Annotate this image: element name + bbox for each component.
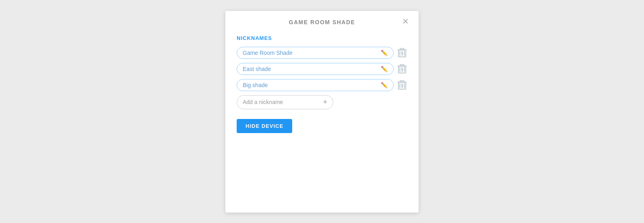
nickname-row-1: ✏️ ✕: [237, 47, 407, 59]
nickname-input-1[interactable]: [243, 50, 378, 56]
hide-device-button[interactable]: HIDE DEVICE: [237, 119, 292, 133]
trash-icon-1: ✕: [398, 48, 407, 58]
svg-text:✕: ✕: [401, 67, 403, 71]
nickname-input-3[interactable]: [243, 82, 378, 88]
trash-icon-3: ✕: [398, 80, 407, 90]
edit-icon-1[interactable]: ✏️: [381, 50, 388, 56]
plus-icon[interactable]: +: [323, 98, 327, 106]
nicknames-section-label: NICKNAMES: [237, 35, 407, 41]
svg-rect-8: [400, 67, 400, 72]
add-nickname-input-wrapper: +: [237, 95, 333, 109]
svg-rect-10: [404, 67, 405, 72]
svg-rect-15: [400, 83, 400, 88]
nickname-row-2: ✏️ ✕: [237, 63, 407, 75]
edit-icon-2[interactable]: ✏️: [381, 66, 388, 72]
nickname-input-2[interactable]: [243, 66, 378, 72]
add-nickname-input[interactable]: [243, 99, 320, 105]
svg-text:✕: ✕: [401, 83, 403, 87]
modal-panel: GAME ROOM SHADE ✕ NICKNAMES ✏️ ✕: [225, 11, 419, 213]
add-nickname-row: +: [237, 95, 407, 109]
svg-rect-17: [404, 83, 405, 88]
nickname-row-3: ✏️ ✕: [237, 79, 407, 91]
nickname-input-wrapper-1: ✏️: [237, 47, 394, 59]
delete-button-2[interactable]: ✕: [397, 63, 407, 75]
nickname-input-wrapper-2: ✏️: [237, 63, 394, 75]
close-icon: ✕: [402, 17, 409, 25]
svg-rect-1: [400, 51, 400, 56]
modal-title: GAME ROOM SHADE: [289, 19, 355, 25]
delete-button-1[interactable]: ✕: [397, 47, 407, 58]
modal-body: NICKNAMES ✏️ ✕: [225, 32, 419, 144]
nickname-input-wrapper-3: ✏️: [237, 79, 394, 91]
close-button[interactable]: ✕: [400, 16, 411, 27]
svg-rect-3: [404, 51, 405, 56]
edit-icon-3[interactable]: ✏️: [381, 82, 388, 88]
trash-icon-2: ✕: [398, 64, 407, 74]
delete-button-3[interactable]: ✕: [397, 79, 407, 91]
svg-text:✕: ✕: [401, 51, 403, 55]
modal-header: GAME ROOM SHADE ✕: [225, 11, 419, 32]
